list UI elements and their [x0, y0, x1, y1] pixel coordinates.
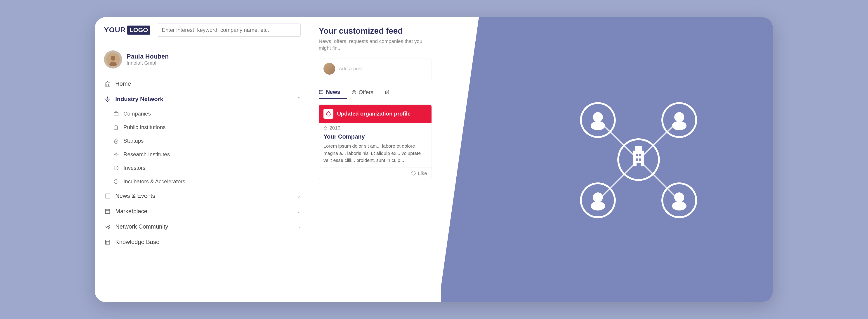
- svg-rect-25: [636, 158, 638, 161]
- post-badge: [323, 109, 333, 119]
- svg-point-38: [674, 192, 684, 202]
- left-panel: YOUR LOGO Paula Houben Innoloft GmbH: [95, 17, 310, 302]
- home-icon: [104, 80, 111, 88]
- svg-point-3: [107, 99, 108, 100]
- chevron-up-icon: ⌃: [297, 96, 301, 102]
- subnav-item-research-institutes[interactable]: Research Institutes: [95, 148, 310, 161]
- nav-home-label: Home: [115, 80, 301, 87]
- public-institutions-icon: [113, 124, 119, 130]
- startups-icon: [113, 138, 119, 144]
- right-area: Your customized feed News, offers, reque…: [310, 17, 773, 302]
- post-company-name: Your Company: [319, 132, 432, 142]
- knowledge-base-icon: [104, 238, 111, 246]
- subnav-startups-label: Startups: [123, 138, 144, 144]
- logo-logo: LOGO: [127, 26, 150, 35]
- nav-item-knowledge-base[interactable]: Knowledge Base: [95, 234, 310, 250]
- svg-point-29: [593, 112, 603, 122]
- nav-item-network-community[interactable]: Network Community ⌄: [95, 219, 310, 234]
- user-name: Paula Houben: [127, 53, 169, 60]
- svg-point-39: [672, 201, 686, 211]
- like-label: Like: [418, 170, 427, 177]
- nav: Home Industry Network ⌃: [95, 74, 310, 302]
- subnav-incubators-label: Incubators & Accelerators: [123, 179, 185, 185]
- svg-point-33: [672, 121, 686, 130]
- feed-subtitle: News, offers, requests and companies tha…: [319, 38, 432, 52]
- post-header: Updated organization profile: [319, 105, 432, 123]
- search-input[interactable]: [157, 24, 301, 37]
- subnav-companies-label: Companies: [123, 110, 151, 117]
- network-graphic: [559, 81, 718, 239]
- network-community-icon: [104, 223, 111, 230]
- extra-tab-icon: [385, 90, 390, 95]
- top-bar: YOUR LOGO: [95, 17, 310, 43]
- post-card: Updated organization profile 2019 Your C…: [319, 104, 432, 179]
- post-year-row: 2019: [319, 123, 432, 132]
- like-button[interactable]: Like: [411, 170, 427, 177]
- svg-point-15: [328, 114, 329, 115]
- svg-rect-27: [637, 163, 641, 166]
- svg-point-36: [591, 201, 605, 211]
- offers-tab-icon: [351, 90, 356, 95]
- feed-panel: Your customized feed News, offers, reque…: [310, 17, 441, 302]
- post-placeholder: Add a post...: [339, 66, 427, 72]
- nav-news-events-label: News & Events: [115, 192, 292, 199]
- post-avatar: [323, 63, 335, 74]
- svg-point-10: [106, 226, 107, 227]
- logo-your: YOUR: [104, 26, 126, 34]
- feed-tabs: News Offers: [319, 86, 432, 99]
- svg-point-32: [674, 112, 684, 122]
- subnav-item-startups[interactable]: Startups: [95, 134, 310, 148]
- tab-offers-label: Offers: [359, 89, 373, 95]
- subnav-research-institutes-label: Research Institutes: [123, 151, 170, 158]
- post-footer: Like: [319, 167, 432, 179]
- svg-rect-26: [639, 158, 641, 161]
- industry-network-icon: [104, 96, 111, 103]
- post-content: Lorem ipsum dolor sit am... labore et do…: [319, 142, 432, 167]
- feed-title: Your customized feed: [319, 26, 432, 36]
- subnav-investors-label: Investors: [123, 165, 145, 171]
- nav-item-home[interactable]: Home: [95, 76, 310, 92]
- nav-item-news-events[interactable]: News & Events ⌄: [95, 188, 310, 204]
- nav-item-marketplace[interactable]: Marketplace ⌄: [95, 204, 310, 219]
- logo: YOUR LOGO: [104, 26, 150, 35]
- news-events-icon: [104, 192, 111, 200]
- nav-item-industry-network[interactable]: Industry Network ⌃: [95, 92, 310, 107]
- tab-news[interactable]: News: [319, 86, 347, 99]
- nav-network-community-label: Network Community: [115, 223, 292, 230]
- svg-point-35: [593, 192, 603, 202]
- subnav-item-public-institutions[interactable]: Public Institutions: [95, 121, 310, 134]
- tab-offers[interactable]: Offers: [351, 86, 380, 99]
- post-year-value: 2019: [329, 125, 340, 131]
- companies-icon: [113, 110, 119, 117]
- svg-rect-4: [114, 113, 118, 116]
- nav-knowledge-base-label: Knowledge Base: [115, 238, 301, 246]
- avatar: [104, 51, 122, 68]
- user-company: Innoloft GmbH: [127, 60, 169, 66]
- svg-point-5: [116, 141, 117, 142]
- subnav-item-companies[interactable]: Companies: [95, 107, 310, 121]
- user-profile: Paula Houben Innoloft GmbH: [95, 43, 310, 74]
- svg-point-1: [111, 56, 115, 61]
- subnav-public-institutions-label: Public Institutions: [123, 124, 166, 130]
- app-card: YOUR LOGO Paula Houben Innoloft GmbH: [95, 17, 773, 302]
- nav-industry-network-label: Industry Network: [115, 96, 292, 103]
- marketplace-icon: [104, 208, 111, 215]
- tab-extra[interactable]: [385, 86, 397, 99]
- incubators-icon: [113, 179, 119, 185]
- network-panel: [441, 17, 773, 302]
- subnav-item-incubators[interactable]: Incubators & Accelerators: [95, 175, 310, 188]
- svg-point-6: [115, 154, 117, 155]
- svg-rect-24: [639, 154, 641, 156]
- diagonal-overlay: [441, 17, 479, 302]
- post-input-area[interactable]: Add a post...: [319, 59, 432, 79]
- nav-marketplace-label: Marketplace: [115, 208, 292, 215]
- post-header-label: Updated organization profile: [337, 110, 410, 117]
- svg-point-30: [591, 121, 605, 130]
- news-tab-icon: [319, 90, 324, 95]
- tab-news-label: News: [326, 89, 340, 95]
- subnav-item-investors[interactable]: Investors: [95, 161, 310, 175]
- chevron-down-news-icon: ⌄: [297, 193, 301, 199]
- research-institutes-icon: [113, 151, 119, 158]
- user-info: Paula Houben Innoloft GmbH: [127, 53, 169, 66]
- chevron-down-marketplace-icon: ⌄: [297, 209, 301, 214]
